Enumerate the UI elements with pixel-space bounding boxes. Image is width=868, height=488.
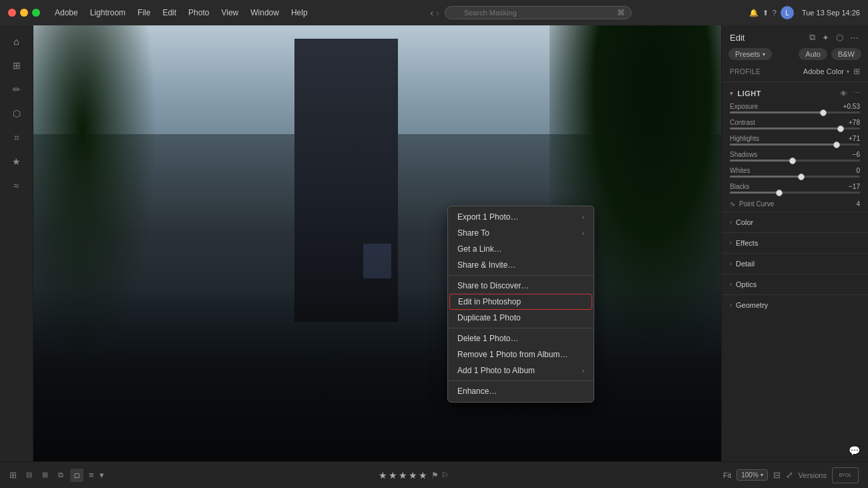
- ctx-get-link[interactable]: Get a Link…: [448, 241, 594, 257]
- sort-chevron-icon[interactable]: ▾: [99, 470, 104, 480]
- effects-section[interactable]: › Effects: [722, 234, 868, 252]
- sidebar-adjust-icon[interactable]: ≈: [6, 175, 27, 196]
- star-5[interactable]: ★: [419, 470, 427, 481]
- ctx-enhance[interactable]: Enhance…: [448, 383, 594, 399]
- color-section[interactable]: › Color: [722, 214, 868, 231]
- contrast-value: +78: [849, 119, 860, 126]
- light-more-icon[interactable]: ⋯: [853, 89, 860, 97]
- shadows-value: −6: [853, 151, 860, 158]
- contrast-track[interactable]: [730, 128, 860, 130]
- ctx-delete[interactable]: Delete 1 Photo…: [448, 330, 594, 346]
- minimize-button[interactable]: [20, 9, 28, 17]
- detail-section[interactable]: › Detail: [722, 255, 868, 272]
- divider-1: [722, 81, 868, 82]
- flag-remove-icon[interactable]: ⚐: [441, 471, 449, 480]
- shadows-thumb[interactable]: [789, 158, 796, 164]
- sidebar-grid-icon[interactable]: ⊞: [6, 55, 27, 76]
- star-rating[interactable]: ★ ★ ★ ★ ★: [379, 470, 427, 481]
- optics-section[interactable]: › Optics: [722, 276, 868, 293]
- menu-file[interactable]: File: [132, 7, 156, 19]
- exposure-track[interactable]: [730, 111, 860, 113]
- close-button[interactable]: [8, 9, 16, 17]
- ctx-duplicate[interactable]: Duplicate 1 Photo: [448, 310, 594, 326]
- view-single-button[interactable]: □: [70, 469, 83, 482]
- panel-sliders-icon[interactable]: ⧉: [808, 31, 817, 44]
- contrast-thumb[interactable]: [837, 126, 844, 132]
- zoom-dropdown[interactable]: 100% ▾: [736, 469, 768, 481]
- ctx-enhance-label: Enhance…: [457, 387, 497, 396]
- filter-icon[interactable]: ⌘: [617, 8, 625, 17]
- photo-area[interactable]: Export 1 Photo… › Share To › Get a Link……: [33, 25, 721, 461]
- light-eye-icon[interactable]: 👁: [840, 89, 847, 97]
- view-list-button[interactable]: ⊟: [22, 469, 35, 482]
- search-input[interactable]: [445, 6, 632, 19]
- blacks-thumb[interactable]: [776, 190, 783, 196]
- star-4[interactable]: ★: [409, 470, 417, 481]
- menu-adobe[interactable]: Adobe: [49, 7, 83, 19]
- chat-icon[interactable]: 💬: [849, 445, 860, 456]
- light-section-header[interactable]: ▾ Light 👁 ⋯: [722, 83, 868, 101]
- exposure-value: +0.53: [843, 103, 860, 110]
- whites-fill: [730, 176, 801, 178]
- ctx-edit-photoshop-label: Edit in Photoshop: [458, 297, 521, 306]
- profile-grid-icon[interactable]: ⊞: [853, 67, 860, 76]
- panel-more-icon[interactable]: ⋯: [849, 31, 860, 44]
- star-3[interactable]: ★: [399, 470, 407, 481]
- slider-contrast: Contrast +78: [722, 117, 868, 134]
- notification-icon[interactable]: 🔔: [749, 9, 758, 17]
- exposure-thumb[interactable]: [820, 109, 827, 116]
- menu-photo[interactable]: Photo: [183, 7, 214, 19]
- star-1[interactable]: ★: [379, 470, 387, 481]
- account-icon[interactable]: L: [781, 6, 794, 19]
- ctx-discover[interactable]: Share to Discover…: [448, 278, 594, 294]
- menu-edit[interactable]: Edit: [157, 7, 182, 19]
- ctx-add-album[interactable]: Add 1 Photo to Album ›: [448, 362, 594, 379]
- menu-help[interactable]: Help: [286, 7, 313, 19]
- view-compare-button[interactable]: ⧉: [54, 469, 67, 482]
- whites-track[interactable]: [730, 176, 860, 178]
- geometry-section[interactable]: › Geometry: [722, 296, 868, 314]
- point-curve-value: 4: [856, 200, 860, 208]
- highlights-track[interactable]: [730, 144, 860, 146]
- ctx-export[interactable]: Export 1 Photo… ›: [448, 209, 594, 225]
- ctx-share-to[interactable]: Share To ›: [448, 225, 594, 241]
- profile-value[interactable]: Adobe Color ▾: [803, 67, 849, 75]
- divider-5: [722, 274, 868, 274]
- ctx-remove[interactable]: Remove 1 Photo from Album…: [448, 346, 594, 362]
- presets-button[interactable]: Presets ▾: [728, 48, 772, 60]
- menu-view[interactable]: View: [216, 7, 244, 19]
- bw-button[interactable]: B&W: [831, 48, 861, 60]
- sort-icon[interactable]: ≡: [89, 470, 94, 480]
- auto-button[interactable]: Auto: [799, 48, 827, 60]
- back-icon[interactable]: ‹: [431, 7, 434, 18]
- panel-magic-icon[interactable]: ✦: [821, 31, 831, 44]
- context-menu: Export 1 Photo… › Share To › Get a Link……: [447, 206, 594, 403]
- view-grid-button[interactable]: ⊞: [38, 469, 51, 482]
- sidebar-star-icon[interactable]: ★: [6, 151, 27, 172]
- shadows-track[interactable]: [730, 160, 860, 162]
- blacks-track[interactable]: [730, 192, 860, 194]
- ctx-edit-photoshop[interactable]: Edit in Photoshop: [449, 294, 592, 310]
- flag-icon[interactable]: ⚑: [431, 471, 439, 480]
- star-2[interactable]: ★: [389, 470, 397, 481]
- menu-window[interactable]: Window: [245, 7, 284, 19]
- panel-brush-icon[interactable]: ⬡: [835, 31, 845, 44]
- forward-icon[interactable]: ›: [436, 7, 439, 18]
- blacks-value: −17: [849, 183, 860, 190]
- sidebar-brush-icon[interactable]: ⬡: [6, 103, 27, 124]
- ctx-share-to-arrow: ›: [582, 230, 584, 237]
- sidebar-crop-icon[interactable]: ⌗: [6, 127, 27, 148]
- upload-icon[interactable]: ⬆: [763, 9, 769, 17]
- whites-thumb[interactable]: [798, 174, 805, 180]
- sidebar-home-icon[interactable]: ⌂: [6, 31, 27, 52]
- filmstrip-icon[interactable]: ⊟: [773, 470, 781, 480]
- menu-lightroom[interactable]: Lightroom: [85, 7, 131, 19]
- expand-icon[interactable]: ⤢: [786, 470, 793, 480]
- help-icon[interactable]: ?: [773, 9, 777, 17]
- ctx-share-invite[interactable]: Share & Invite…: [448, 257, 594, 273]
- status-icons: 🔔 ⬆ ? L: [749, 6, 794, 19]
- highlights-thumb[interactable]: [833, 142, 840, 148]
- maximize-button[interactable]: [32, 9, 40, 17]
- grid-small-icon[interactable]: ⊞: [9, 470, 17, 480]
- sidebar-edit-icon[interactable]: ✏: [6, 79, 27, 100]
